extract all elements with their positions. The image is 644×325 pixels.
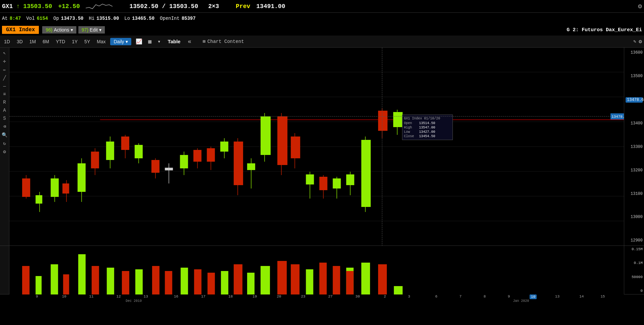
x-label-11: 11 — [89, 294, 93, 299]
top-bar: GX1 ↑ 13503.50 +12.50 13502.50 / 13503.5… — [0, 0, 644, 13]
settings-icon-2[interactable]: ▾ — [156, 38, 162, 46]
candlestick-chart[interactable]: GX1 Index 01/10/20 Open13514.50 High1354… — [9, 48, 624, 246]
svg-rect-81 — [63, 274, 69, 294]
svg-rect-95 — [261, 266, 270, 294]
prev-value: 13491.00 — [256, 3, 285, 10]
eraser-icon[interactable]: ⌫ — [3, 123, 6, 130]
period-ytd[interactable]: YTD — [54, 38, 67, 45]
at-label: At — [2, 16, 8, 21]
period-6m[interactable]: 6M — [41, 38, 51, 45]
svg-text:13454.50: 13454.50 — [419, 134, 435, 138]
svg-rect-94 — [247, 273, 255, 294]
settings-gear-icon[interactable]: ⚙ — [639, 38, 642, 45]
x-label-3: 3 — [408, 294, 410, 299]
hline-icon[interactable]: — — [3, 83, 6, 90]
settings-left-icon[interactable]: ⚙ — [3, 148, 6, 156]
size: 2×3 — [208, 3, 219, 10]
chart-content-label: Chart Content — [207, 39, 244, 44]
line-chart-icon[interactable]: 📈 — [134, 38, 144, 46]
x-label-10: 10 — [62, 294, 66, 299]
pen-icon[interactable]: ✏ — [3, 66, 6, 73]
svg-text:High: High — [404, 126, 412, 129]
x-label-14: 14 — [579, 294, 584, 299]
period-max[interactable]: Max — [95, 38, 108, 45]
zoom-icon[interactable]: 🔍 — [2, 131, 7, 139]
edit-dropdown-icon: ▾ — [99, 27, 101, 33]
fib-icon[interactable]: R — [3, 99, 6, 106]
collapse-button[interactable]: « — [186, 37, 193, 46]
svg-rect-86 — [135, 269, 143, 294]
table-button[interactable]: Table — [165, 38, 183, 45]
op-label: Op — [53, 16, 59, 21]
channel-icon[interactable]: ≡ — [3, 91, 6, 98]
svg-rect-24 — [121, 137, 129, 150]
svg-rect-30 — [165, 168, 173, 170]
op-value: 13473.50 — [61, 16, 83, 21]
vol-y-50000: 50000 — [626, 275, 643, 279]
daily-button[interactable]: Daily ▾ — [110, 38, 131, 45]
edit-pencil-icon[interactable]: ✎ — [633, 39, 636, 44]
at-value: 8:47 — [10, 16, 21, 21]
crosshair-icon[interactable]: ✛ — [3, 57, 6, 65]
style-icon[interactable]: S — [3, 115, 6, 122]
vol-label: Vol — [26, 16, 34, 21]
actions-label: Actions — [54, 27, 69, 33]
svg-rect-104 — [378, 264, 387, 294]
line-icon[interactable]: ╱ — [3, 74, 6, 82]
vol-y-015m: 0.15M — [626, 247, 643, 251]
x-label-15: 15 — [600, 294, 605, 299]
refresh-icon[interactable]: ↻ — [3, 140, 6, 147]
x-label-9b: 9 — [508, 294, 510, 299]
hi-label: Hi — [89, 16, 94, 21]
period-1m[interactable]: 1M — [27, 38, 38, 45]
edit-num: 97) — [82, 27, 88, 33]
cursor-icon[interactable]: ↖ — [3, 49, 6, 57]
y-label-12900: 12900 — [626, 238, 643, 243]
x-label-17: 17 — [201, 294, 206, 299]
y-axis: 13600 13500 13478.6 13400 13300 13200 13… — [624, 48, 644, 246]
period-3d[interactable]: 3D — [15, 38, 25, 45]
period-5y[interactable]: 5Y — [82, 38, 92, 45]
y-label-13400: 13400 — [626, 121, 643, 126]
price-arrow: ↑ — [16, 3, 20, 10]
prev-label: Prev — [236, 3, 250, 10]
vol-y-01m: 0.1M — [626, 261, 643, 265]
x-label-13: 13 — [144, 294, 148, 299]
edit-label: Edit — [90, 27, 98, 33]
y-label-13000: 13000 — [626, 215, 643, 219]
jan-2020-label: Jan 2020 — [513, 299, 529, 303]
svg-rect-44 — [261, 116, 271, 155]
x-label-16: 16 — [174, 294, 178, 299]
price-change: +12.50 — [58, 3, 80, 10]
y-label-13600: 13600 — [626, 50, 643, 55]
svg-text:Close: Close — [404, 134, 414, 138]
x-label-20: 20 — [277, 294, 281, 299]
svg-rect-99 — [319, 263, 327, 294]
edit-button[interactable]: 97) Edit ▾ — [78, 26, 105, 34]
x-label-30: 30 — [355, 294, 360, 299]
op-group: Op 13473.50 — [53, 16, 83, 21]
x-axis: 9 10 11 12 13 Dec 2019 16 17 18 19 20 23… — [0, 294, 644, 302]
openint-label: OpenInt — [160, 16, 180, 21]
volume-chart — [9, 246, 624, 294]
svg-rect-52 — [319, 177, 328, 190]
svg-text:Open: Open — [404, 121, 412, 125]
svg-rect-91 — [208, 273, 215, 294]
table-label: Table — [168, 39, 181, 44]
settings-icon[interactable]: ⚙ — [638, 2, 642, 10]
svg-rect-82 — [78, 254, 86, 294]
svg-rect-83 — [92, 266, 99, 294]
svg-rect-88 — [165, 271, 172, 294]
actions-button[interactable]: 96) Actions ▾ — [42, 26, 76, 34]
svg-rect-92 — [221, 271, 228, 294]
svg-rect-46 — [277, 116, 287, 165]
x-axis-inner: 9 10 11 12 13 Dec 2019 16 17 18 19 20 23… — [19, 294, 624, 307]
period-1y[interactable]: 1Y — [70, 38, 80, 45]
svg-rect-14 — [51, 178, 59, 197]
svg-rect-32 — [180, 155, 188, 168]
bar-chart-icon[interactable]: ▦ — [147, 38, 153, 46]
chart-content-button[interactable]: ⊞ Chart Content — [203, 39, 244, 44]
period-1d[interactable]: 1D — [2, 38, 12, 45]
text-icon[interactable]: A — [3, 107, 6, 114]
second-bar: At 8:47 Vol 6154 Op 13473.50 Hi 13515.00… — [0, 13, 644, 24]
